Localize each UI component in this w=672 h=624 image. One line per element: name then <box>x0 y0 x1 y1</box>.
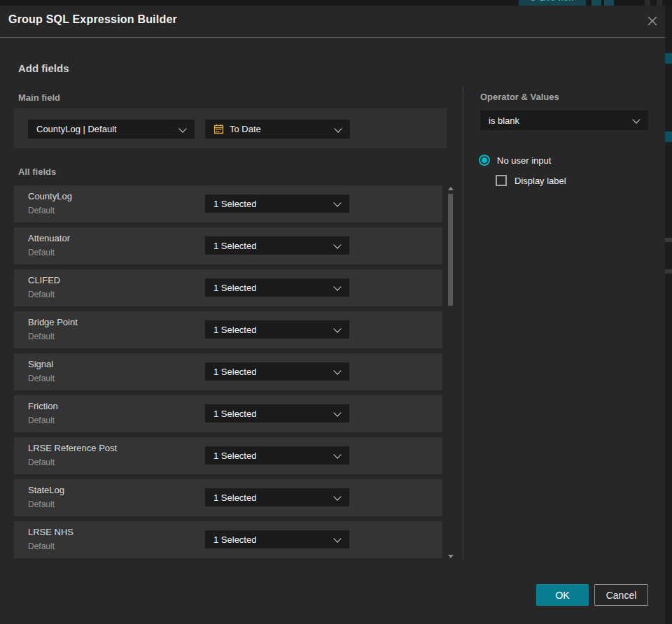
cancel-button[interactable]: Cancel <box>594 584 648 606</box>
field-row: LRSE Reference Post Default 1 Selected <box>14 437 442 474</box>
field-name: CLIFED <box>28 275 60 285</box>
background-toolbar-fragment <box>604 0 614 6</box>
field-selected-dropdown[interactable]: 1 Selected <box>205 278 349 297</box>
dropdown-value: 1 Selected <box>214 492 256 503</box>
live-view-dot-icon <box>531 0 536 1</box>
field-subtitle: Default <box>28 248 55 257</box>
field-row: Bridge Point Default 1 Selected <box>14 311 442 348</box>
ok-button[interactable]: OK <box>536 584 589 606</box>
panel-divider <box>463 87 463 560</box>
scrollbar-thumb[interactable] <box>448 194 453 306</box>
field-subtitle: Default <box>28 416 55 425</box>
field-selected-dropdown[interactable]: 1 Selected <box>205 236 349 255</box>
chevron-down-icon <box>333 199 341 206</box>
field-name: LRSE Reference Post <box>28 443 117 453</box>
chevron-down-icon <box>334 125 342 132</box>
operator-dropdown[interactable]: is blank <box>480 111 648 130</box>
chevron-down-icon <box>632 115 640 123</box>
field-name: StateLog <box>28 485 64 495</box>
radio-selected-icon <box>479 155 490 166</box>
field-subtitle: Default <box>28 290 55 299</box>
dialog-title: Group SQL Expression Builder <box>8 13 177 26</box>
main-field-dropdown[interactable]: CountyLog | Default <box>28 120 195 139</box>
chevron-down-icon <box>333 325 341 332</box>
chevron-down-icon <box>333 409 341 416</box>
field-row: Attenuator Default 1 Selected <box>14 227 442 264</box>
chevron-down-icon <box>333 241 341 248</box>
add-fields-heading: Add fields <box>18 62 69 74</box>
group-sql-expression-builder-dialog: Live view Group SQL Expression Builder A… <box>0 0 672 624</box>
main-field-label: Main field <box>18 92 60 103</box>
display-label-checkbox[interactable]: Display label <box>496 175 566 186</box>
chevron-down-icon <box>333 492 341 500</box>
operator-dropdown-value: is blank <box>489 115 519 126</box>
all-fields-label: All fields <box>18 166 56 177</box>
dropdown-value: 1 Selected <box>214 534 256 545</box>
field-selected-dropdown[interactable]: 1 Selected <box>205 404 349 423</box>
field-type-dropdown[interactable]: To Date <box>205 120 350 139</box>
background-panel-fragment <box>665 132 672 142</box>
dropdown-value: 1 Selected <box>214 241 256 251</box>
field-type-dropdown-value: To Date <box>230 124 261 134</box>
header-divider <box>0 37 665 38</box>
field-selected-dropdown[interactable]: 1 Selected <box>205 488 349 506</box>
close-button[interactable] <box>643 11 662 31</box>
field-selected-dropdown[interactable]: 1 Selected <box>205 320 349 339</box>
field-row: CLIFED Default 1 Selected <box>14 269 442 306</box>
field-row: StateLog Default 1 Selected <box>14 479 442 516</box>
checkbox-unchecked-icon <box>496 175 507 186</box>
background-panel-fragment <box>665 269 672 274</box>
dropdown-value: 1 Selected <box>214 409 256 419</box>
field-subtitle: Default <box>28 458 55 467</box>
dropdown-value: 1 Selected <box>214 325 256 335</box>
field-name: Signal <box>28 359 53 369</box>
live-view-label: Live view <box>540 0 574 3</box>
no-user-input-label: No user input <box>497 155 551 166</box>
field-subtitle: Default <box>28 541 55 551</box>
field-name: Attenuator <box>28 233 70 243</box>
scroll-up-arrow-icon[interactable] <box>448 187 454 190</box>
field-subtitle: Default <box>28 374 55 383</box>
field-subtitle: Default <box>28 499 55 509</box>
background-app-right-edge <box>665 6 672 624</box>
no-user-input-radio[interactable]: No user input <box>479 155 551 166</box>
background-toolbar-fragment <box>657 0 662 6</box>
field-row: Friction Default 1 Selected <box>14 395 442 432</box>
background-toolbar-fragment <box>592 0 601 6</box>
display-label-label: Display label <box>514 176 566 186</box>
field-selected-dropdown[interactable]: 1 Selected <box>205 362 349 381</box>
background-app-topbar: Live view <box>0 0 672 6</box>
field-selected-dropdown[interactable]: 1 Selected <box>205 530 349 548</box>
operator-values-label: Operator & Values <box>480 92 559 102</box>
chevron-down-icon <box>333 534 341 542</box>
dropdown-value: 1 Selected <box>214 367 256 377</box>
field-row: Signal Default 1 Selected <box>14 353 442 390</box>
live-view-badge: Live view <box>519 0 586 6</box>
field-selected-dropdown[interactable]: 1 Selected <box>205 194 349 213</box>
field-subtitle: Default <box>28 332 55 341</box>
dropdown-value: 1 Selected <box>214 199 256 209</box>
chevron-down-icon <box>333 451 341 458</box>
field-name: Friction <box>28 401 58 411</box>
fields-list-scrollbar[interactable] <box>447 185 454 560</box>
chevron-down-icon <box>333 283 341 290</box>
background-toolbar-fragment <box>645 0 650 6</box>
all-fields-list: CountyLog Default 1 Selected Attenuator … <box>14 185 442 563</box>
field-row: LRSE NHS Default 1 Selected <box>14 521 442 558</box>
field-subtitle: Default <box>28 206 55 215</box>
field-name: CountyLog <box>28 191 72 201</box>
chevron-down-icon <box>333 367 341 374</box>
calendar-date-icon <box>214 124 224 134</box>
field-selected-dropdown[interactable]: 1 Selected <box>205 446 349 465</box>
close-icon <box>647 15 658 27</box>
field-row: CountyLog Default 1 Selected <box>14 185 442 222</box>
chevron-down-icon <box>178 125 186 132</box>
background-panel-fragment <box>665 53 672 64</box>
field-name: Bridge Point <box>28 317 78 327</box>
background-panel-fragment <box>665 238 672 242</box>
dropdown-value: 1 Selected <box>214 451 256 461</box>
main-field-dropdown-value: CountyLog | Default <box>36 124 117 134</box>
dropdown-value: 1 Selected <box>214 283 256 293</box>
scroll-down-arrow-icon[interactable] <box>448 555 454 558</box>
field-name: LRSE NHS <box>28 527 74 537</box>
